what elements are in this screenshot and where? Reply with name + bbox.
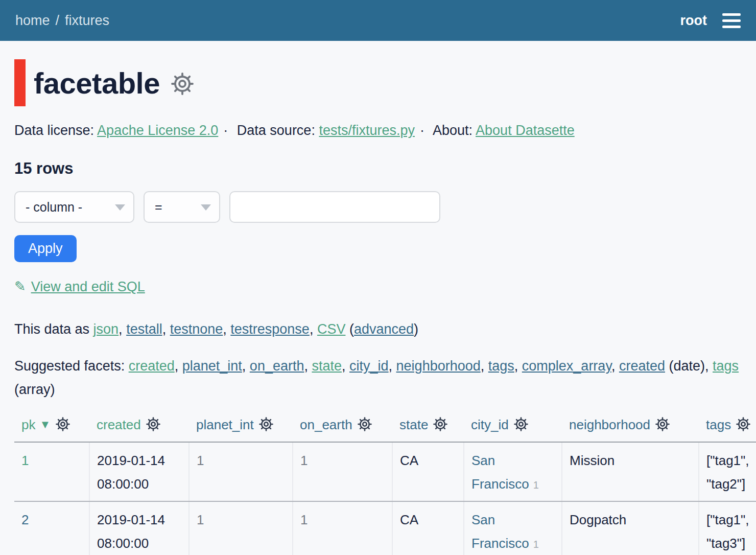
hamburger-menu-icon[interactable]: [722, 11, 741, 30]
table-row: 2 2019-01-14 08:00:00 1 1 CA San Francis…: [14, 501, 756, 555]
column-sort-link-planet-int[interactable]: planet_int: [196, 417, 254, 432]
facet-comma: ,: [304, 358, 312, 374]
column-options-gear-icon[interactable]: [655, 420, 670, 435]
on-earth-value: 1: [300, 512, 308, 527]
facet-link-tags[interactable]: tags: [488, 358, 514, 374]
metadata-dot: ·: [420, 123, 424, 138]
facet-suffix: (array): [14, 382, 55, 397]
cell-tags: ["tag1", "tag3"]: [699, 501, 756, 555]
tags-value: ["tag1", "tag2"]: [706, 453, 749, 492]
export-prefix: This data as: [14, 321, 93, 337]
cell-planet-int: 1: [189, 501, 293, 555]
page-title: facetable: [34, 66, 160, 100]
column-options-gear-icon[interactable]: [736, 420, 751, 435]
column-header-neighborhood: neighborhood: [562, 413, 699, 442]
select-dropdown-arrow-icon: [115, 204, 125, 211]
facet-suffix: (date): [665, 358, 705, 374]
filter-value-input[interactable]: [229, 191, 440, 223]
column-sort-link-pk[interactable]: pk: [21, 417, 35, 432]
column-sort-link-neighborhood[interactable]: neighborhood: [569, 417, 650, 432]
about-label: About:: [433, 123, 472, 138]
facet-link-created[interactable]: created: [129, 358, 175, 374]
about-link[interactable]: About Datasette: [476, 123, 575, 138]
export-advanced-prefix: (: [345, 321, 354, 337]
title-row: facetable: [14, 59, 742, 106]
export-link-json[interactable]: json: [93, 321, 119, 337]
column-sort-link-tags[interactable]: tags: [706, 417, 731, 432]
planet-int-value: 1: [197, 453, 204, 468]
column-sort-link-state[interactable]: state: [399, 417, 428, 432]
license-link[interactable]: Apache License 2.0: [97, 123, 218, 138]
city-id-link[interactable]: San Francisco: [471, 512, 529, 551]
facet-link-planet-int[interactable]: planet_int: [182, 358, 242, 374]
column-sort-link-city-id[interactable]: city_id: [471, 417, 509, 432]
column-options-gear-icon[interactable]: [433, 420, 448, 435]
on-earth-value: 1: [300, 453, 308, 468]
table-options-gear-icon[interactable]: [170, 72, 195, 98]
breadcrumb-table-link[interactable]: fixtures: [65, 13, 109, 29]
neighborhood-value: Mission: [570, 453, 615, 468]
pencil-icon: ✎: [14, 279, 26, 294]
row-pk-link[interactable]: 1: [21, 453, 29, 468]
navbar-right: root: [680, 11, 741, 30]
column-sort-link-created[interactable]: created: [97, 417, 141, 432]
facet-comma: ,: [242, 358, 250, 374]
cell-state: CA: [392, 501, 464, 555]
facet-link-neighborhood[interactable]: neighborhood: [396, 358, 481, 374]
city-id-count: 1: [533, 539, 539, 550]
export-link-testresponse[interactable]: testresponse: [230, 321, 310, 337]
column-options-gear-icon[interactable]: [146, 420, 161, 435]
page-content: facetable Data license: Apache License 2…: [0, 59, 756, 555]
column-options-gear-icon[interactable]: [513, 420, 529, 435]
breadcrumb-home-link[interactable]: home: [15, 13, 50, 29]
source-link[interactable]: tests/fixtures.py: [319, 123, 415, 138]
facet-link-tags-array[interactable]: tags: [713, 358, 739, 374]
filter-operator-select[interactable]: =: [144, 191, 220, 223]
facet-link-complex-array[interactable]: complex_array: [522, 358, 611, 374]
source-label: Data source:: [237, 123, 315, 138]
column-header-state: state: [392, 413, 464, 442]
apply-button[interactable]: Apply: [14, 235, 77, 262]
facet-link-city-id[interactable]: city_id: [349, 358, 389, 374]
suggested-facets-line: Suggested facets: created, planet_int, o…: [14, 354, 742, 401]
row-pk-link[interactable]: 2: [21, 512, 29, 527]
column-options-gear-icon[interactable]: [258, 420, 274, 435]
export-link-testall[interactable]: testall: [126, 321, 162, 337]
filter-row: - column - =: [14, 191, 742, 223]
column-header-on-earth: on_earth: [293, 413, 392, 442]
facet-comma: ,: [342, 358, 349, 374]
table-row: 1 2019-01-14 08:00:00 1 1 CA San Francis…: [14, 442, 756, 501]
facet-link-state[interactable]: state: [312, 358, 342, 374]
cell-on-earth: 1: [293, 442, 392, 501]
export-link-csv[interactable]: CSV: [317, 321, 346, 337]
facet-comma: ,: [514, 358, 522, 374]
facet-comma: ,: [611, 358, 619, 374]
facet-link-created-date[interactable]: created: [619, 358, 665, 374]
column-options-gear-icon[interactable]: [357, 420, 372, 435]
state-value: CA: [400, 512, 418, 527]
export-link-testnone[interactable]: testnone: [170, 321, 223, 337]
column-header-pk: pk▼: [14, 413, 89, 442]
cell-city-id: San Francisco1: [464, 501, 562, 555]
neighborhood-value: Dogpatch: [570, 512, 626, 527]
cell-neighborhood: Mission: [562, 442, 699, 501]
export-link-advanced[interactable]: advanced: [354, 321, 414, 337]
created-value: 2019-01-14 08:00:00: [97, 453, 165, 492]
filter-operator-value: =: [155, 200, 162, 215]
city-id-link[interactable]: San Francisco: [471, 453, 529, 492]
column-options-gear-icon[interactable]: [55, 420, 70, 435]
view-edit-sql-link[interactable]: View and edit SQL: [31, 279, 145, 294]
cell-pk: 2: [14, 501, 89, 555]
sql-line: ✎View and edit SQL: [14, 279, 742, 295]
column-sort-link-on-earth[interactable]: on_earth: [300, 417, 352, 432]
export-comma: ,: [223, 321, 230, 337]
facet-comma: ,: [175, 358, 182, 374]
cell-city-id: San Francisco1: [464, 442, 562, 501]
cell-created: 2019-01-14 08:00:00: [89, 501, 189, 555]
facet-link-on-earth[interactable]: on_earth: [250, 358, 304, 374]
sort-desc-icon: ▼: [39, 418, 51, 431]
filter-column-select[interactable]: - column -: [14, 191, 134, 223]
cell-created: 2019-01-14 08:00:00: [89, 442, 189, 501]
export-comma: ,: [310, 321, 317, 337]
tags-value: ["tag1", "tag3"]: [706, 512, 749, 551]
